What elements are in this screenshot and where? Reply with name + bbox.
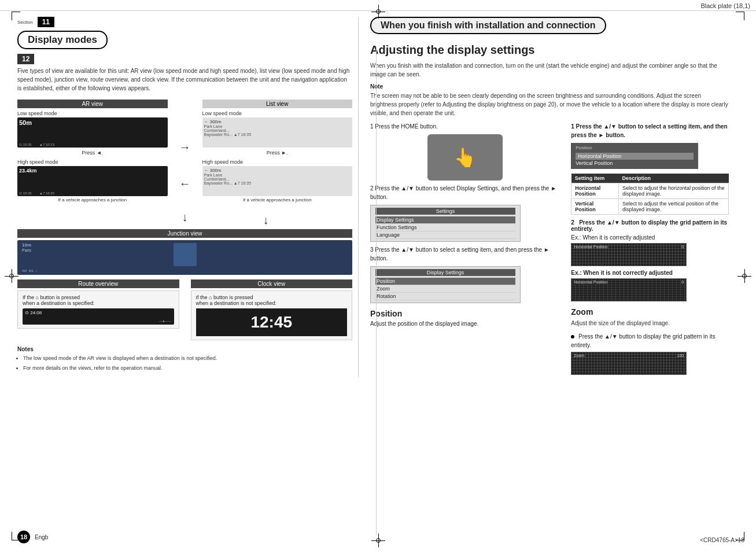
- display-settings-title: Display Settings: [375, 269, 515, 276]
- grid-val-3: 100: [677, 354, 684, 358]
- header-title: Black plate (18,1): [700, 2, 750, 9]
- grid-label-1: Horizontal Position: [574, 245, 607, 249]
- grid-screen-broken: Horizontal Position 0: [571, 278, 687, 301]
- table-col1: Setting item: [571, 174, 619, 183]
- zoom-bullet-text: Press the ▲/▼ button to display the grid…: [571, 333, 715, 348]
- footer-code: <CRD4765-A>18: [700, 537, 744, 543]
- clock-display: 12:45: [196, 308, 348, 336]
- arrow-down-right: ↓: [179, 211, 352, 229]
- settings-screen: Settings Display Settings Function Setti…: [370, 205, 521, 242]
- list-low-speed-label: Low speed mode: [202, 111, 353, 116]
- list-view-col: List view Low speed mode ← 300m Park Lan…: [202, 100, 353, 203]
- right-title-bar: When you finish with installation and co…: [370, 17, 606, 34]
- route-content: If the ⌂ button is pressedwhen a destina…: [17, 290, 179, 329]
- setting-table: Setting item Description Horizontal Posi…: [571, 174, 729, 215]
- settings-item-language: Language: [375, 231, 515, 239]
- note-title: Note: [370, 83, 729, 90]
- route-overview: Route overview If the ⌂ button is presse…: [17, 279, 179, 340]
- ar-high-speed-screen: 23.4km ⊙ 15:35 ▲7 16:35: [17, 166, 168, 196]
- settings-item-function: Function Settings: [375, 224, 515, 231]
- step-right-2-ex2: Ex.: When it is not correctly adjusted: [571, 270, 729, 276]
- zoom-desc: Adjust the size of the displayed image.: [571, 319, 729, 327]
- step-right-1: 1 Press the ▲/▼ button to select a setti…: [571, 122, 729, 139]
- step2-text: 2 Press the ▲/▼ button to select Display…: [370, 184, 559, 201]
- column-divider: [376, 46, 377, 535]
- section-num-11: 11: [38, 17, 54, 27]
- right-right-section: 1 Press the ▲/▼ button to select a setti…: [571, 122, 729, 377]
- press-a-label: Press ◄.: [17, 149, 168, 157]
- clock-content: If the ⌂ button is pressedwhen a destina…: [191, 290, 353, 340]
- arrow-right: → ←: [179, 100, 191, 203]
- language-label: Engb: [35, 534, 48, 540]
- grid-screen-correct: Horizontal Position 0: [571, 243, 687, 266]
- notes-list: The low speed mode of the AR view is dis…: [17, 355, 352, 372]
- bottom-views: Route overview If the ⌂ button is presse…: [17, 279, 352, 340]
- ar-high-speed-label: High speed mode: [17, 159, 168, 165]
- note-item-1: The low speed mode of the AR view is dis…: [23, 355, 352, 363]
- settings-item-display: Display Settings: [375, 216, 515, 224]
- notes-section: Notes The low speed mode of the AR view …: [17, 346, 352, 372]
- table-col2: Description: [618, 174, 728, 183]
- step3-text: 3 Press the ▲/▼ button to select a setti…: [370, 245, 559, 263]
- hand-mockup-container: 👆: [370, 134, 559, 181]
- section-num-12: 12: [17, 54, 34, 64]
- step-right-2-ex1: Ex.: When it is correctly adjusted: [571, 234, 729, 241]
- display-item-rotation: Rotation: [375, 293, 515, 300]
- position-desc: Adjust the position of the displayed ima…: [370, 321, 559, 327]
- step1-text: 1 Press the HOME button.: [370, 122, 559, 131]
- page-number: 18: [17, 531, 30, 543]
- position-title: Position: [370, 309, 559, 318]
- row2-label: Vertical Position: [571, 199, 619, 215]
- pos-title: Position: [576, 145, 694, 150]
- step-right-2-title: 2 Press the ▲/▼ button to display the gr…: [571, 219, 729, 232]
- settings-title: Settings: [375, 208, 515, 215]
- list-view-label: List view: [202, 100, 353, 108]
- grid-screen-zoom: Zoom 100: [571, 352, 687, 375]
- display-modes-title: Display modes: [17, 31, 108, 49]
- junction-screen: 10m Paris AR M1 ↓: [17, 240, 352, 275]
- right-two-col: 1 Press the HOME button. 👆 2 Press the ▲…: [370, 122, 729, 377]
- junction-label: Junction view: [17, 229, 352, 238]
- pos-h-item: Horizontal Position: [576, 153, 694, 160]
- display-item-position: Position: [375, 278, 515, 285]
- right-intro: When you finish with the installation an…: [370, 61, 729, 79]
- right-title-container: When you finish with installation and co…: [370, 17, 729, 43]
- page-footer: 18 Engb: [17, 531, 48, 543]
- if-vehicle-text-2: If a vehicle approaches a junction: [202, 197, 353, 203]
- position-section: Position Adjust the position of the disp…: [370, 309, 559, 327]
- adjusting-title: Adjusting the display settings: [370, 43, 729, 57]
- ar-low-speed-label: Low speed mode: [17, 111, 168, 116]
- ar-view-label: AR view: [17, 100, 168, 108]
- ar-list-views: AR view Low speed mode 50m ⊙ 15:35 ▲7 10…: [17, 100, 352, 203]
- list-low-speed-screen: ← 300m Park Lane Cumberland... Bayswater…: [202, 117, 353, 148]
- right-left-section: 1 Press the HOME button. 👆 2 Press the ▲…: [370, 122, 559, 377]
- zoom-title: Zoom: [571, 307, 729, 317]
- grid-val-1: 0: [681, 245, 684, 249]
- row1-label: Horizontal Position: [571, 183, 619, 199]
- corner-mark-tr: [736, 12, 744, 20]
- row1-desc: Select to adjust the horizontal position…: [618, 183, 728, 199]
- zoom-section: Zoom Adjust the size of the displayed im…: [571, 307, 729, 375]
- right-column: When you finish with installation and co…: [359, 17, 740, 377]
- left-column: Section 11 Display modes 12 Five types o…: [0, 17, 359, 377]
- ar-low-speed-screen: 50m ⊙ 15:35 ▲7 10:23: [17, 117, 168, 148]
- grid-val-2: 0: [681, 280, 684, 284]
- corner-mark-tl: [12, 12, 20, 20]
- note-text: The screen may not be able to be seen cl…: [370, 91, 729, 117]
- zoom-bullet: Press the ▲/▼ button to display the grid…: [571, 332, 729, 349]
- grid-label-3: Zoom: [574, 354, 584, 358]
- section-badge-container: Section 11: [17, 17, 352, 27]
- clock-label: Clock view: [191, 279, 353, 288]
- clock-view: Clock view If the ⌂ button is pressedwhe…: [191, 279, 353, 340]
- grid-label-2: Horizontal Position: [574, 280, 607, 284]
- press-b-label: Press ►.: [202, 149, 353, 157]
- note-item-2: For more details on the views, refer to …: [23, 365, 352, 373]
- ar-view-col: AR view Low speed mode 50m ⊙ 15:35 ▲7 10…: [17, 100, 168, 203]
- table-row-2: Vertical Position Select to adjust the v…: [571, 199, 729, 215]
- notes-title: Notes: [17, 346, 352, 352]
- left-title-bar: Display modes: [17, 31, 352, 55]
- display-settings-screen: Display Settings Position Zoom Rotation: [370, 266, 521, 303]
- if-vehicle-text-1: If a vehicle approaches a junction: [17, 197, 168, 203]
- row2-desc: Select to adjust the vertical position o…: [618, 199, 728, 215]
- list-high-speed-label: High speed mode: [202, 159, 353, 165]
